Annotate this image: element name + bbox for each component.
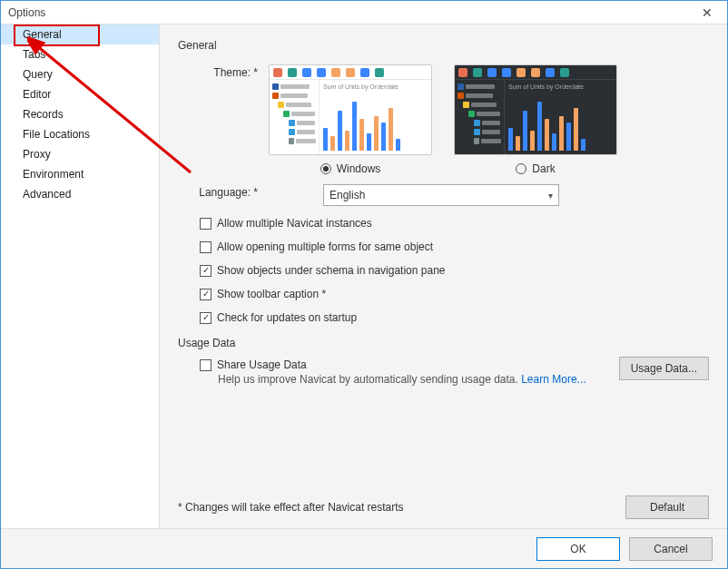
sidebar-item-proxy[interactable]: Proxy [1,144,159,164]
default-button[interactable]: Default [625,495,709,519]
theme-option-dark[interactable]: Sum of Units by Orderdate [454,64,617,175]
check-share-usage[interactable]: Share Usage Data [200,358,619,371]
section-heading-usage: Usage Data [178,337,709,349]
sidebar-item-query[interactable]: Query [1,64,159,84]
language-row: Language: * English ▾ [178,184,709,206]
radio-theme-dark[interactable] [516,163,526,174]
check-updates-startup[interactable]: Check for updates on startup [200,311,709,324]
theme-windows-label: Windows [337,162,381,175]
language-select[interactable]: English ▾ [323,184,559,206]
sidebar-item-file-locations[interactable]: File Locations [1,124,159,144]
checkbox-icon[interactable] [200,218,212,230]
check-allow-multiple-forms[interactable]: Allow opening multiple forms for same ob… [200,240,709,253]
usage-row: Share Usage Data Help us improve Navicat… [178,357,709,386]
share-usage-label: Share Usage Data [217,358,307,371]
theme-preview-dark: Sum of Units by Orderdate [454,64,617,155]
restart-row: * Changes will take effect after Navicat… [178,483,709,519]
checkbox-icon[interactable] [200,359,212,371]
sidebar-item-general[interactable]: General [1,25,159,44]
check-label: Show toolbar caption * [217,288,326,300]
check-show-toolbar-caption[interactable]: Show toolbar caption * [200,288,709,300]
theme-label: Theme: * [178,64,269,175]
learn-more-link[interactable]: Learn More... [521,373,585,386]
checkbox-icon[interactable] [200,312,212,324]
theme-dark-label: Dark [532,162,555,175]
client-area: General Tabs Query Editor Records File L… [1,25,727,528]
check-allow-multiple-instances[interactable]: Allow multiple Navicat instances [200,217,709,230]
sidebar-item-editor[interactable]: Editor [1,84,159,104]
checkbox-icon[interactable] [200,289,212,300]
sidebar: General Tabs Query Editor Records File L… [1,25,160,528]
ok-button[interactable]: OK [536,537,620,561]
check-show-objects-schema[interactable]: Show objects under schema in navigation … [200,264,709,277]
check-label: Allow opening multiple forms for same ob… [217,240,433,253]
chevron-down-icon: ▾ [548,191,553,201]
language-value: English [330,189,365,201]
sidebar-item-environment[interactable]: Environment [1,164,159,184]
sidebar-item-records[interactable]: Records [1,104,159,124]
restart-note: * Changes will take effect after Navicat… [178,501,625,514]
titlebar: Options ✕ [1,1,727,25]
theme-option-windows[interactable]: Sum of Units by Orderdate [269,64,432,175]
cancel-button[interactable]: Cancel [629,537,713,561]
theme-preview-light: Sum of Units by Orderdate [269,64,432,155]
usage-help-text: Help us improve Navicat by automatically… [218,373,619,386]
options-window: Options ✕ General Tabs Query Editor Reco… [0,0,728,569]
checkbox-icon[interactable] [200,241,212,253]
language-label: Language: * [178,184,269,206]
check-label: Show objects under schema in navigation … [217,264,446,277]
window-title: Options [5,6,691,19]
main-panel: General Theme: * [160,25,727,528]
sidebar-item-tabs[interactable]: Tabs [1,44,159,64]
usage-data-button[interactable]: Usage Data... [619,357,709,380]
radio-theme-windows[interactable] [320,163,331,174]
dialog-footer: OK Cancel [1,528,727,568]
checkbox-icon[interactable] [200,265,212,277]
sidebar-item-advanced[interactable]: Advanced [1,184,159,204]
theme-row: Theme: * [178,64,709,175]
close-button[interactable]: ✕ [691,1,723,24]
check-label: Allow multiple Navicat instances [217,217,372,230]
check-label: Check for updates on startup [217,311,357,324]
section-heading-general: General [178,39,709,52]
